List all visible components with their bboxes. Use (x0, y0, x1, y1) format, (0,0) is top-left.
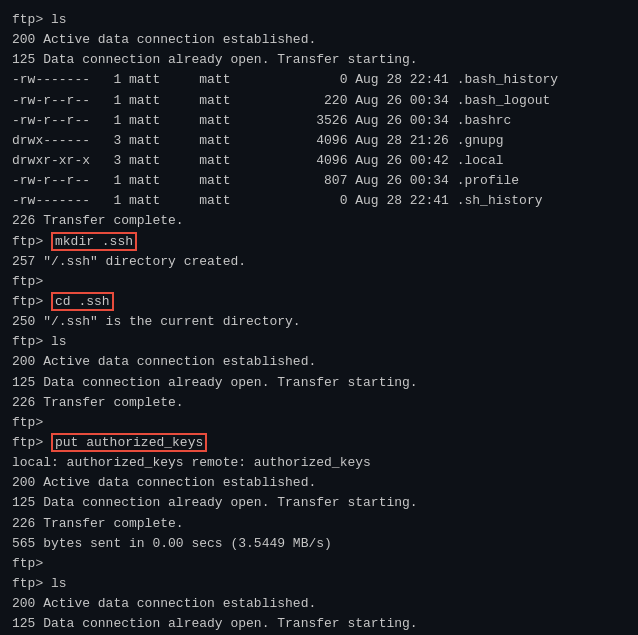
line-18: 200 Active data connection established. (12, 352, 626, 372)
prompt-12: ftp> (12, 234, 51, 249)
line-21: ftp> (12, 413, 626, 433)
line-27: 565 bytes sent in 0.00 secs (3.5449 MB/s… (12, 534, 626, 554)
cmd-cd: cd .ssh (51, 292, 114, 311)
line-25: 125 Data connection already open. Transf… (12, 493, 626, 513)
line-16: 250 "/.ssh" is the current directory. (12, 312, 626, 332)
line-15: ftp> cd .ssh (12, 292, 626, 312)
line-2: 200 Active data connection established. (12, 30, 626, 50)
line-1: ftp> ls (12, 10, 626, 30)
line-19: 125 Data connection already open. Transf… (12, 373, 626, 393)
line-31: 125 Data connection already open. Transf… (12, 614, 626, 634)
line-6: -rw-r--r-- 1 matt matt 3526 Aug 26 00:34… (12, 111, 626, 131)
line-28: ftp> (12, 554, 626, 574)
line-4: -rw------- 1 matt matt 0 Aug 28 22:41 .b… (12, 70, 626, 90)
line-3: 125 Data connection already open. Transf… (12, 50, 626, 70)
line-24: 200 Active data connection established. (12, 473, 626, 493)
line-29: ftp> ls (12, 574, 626, 594)
line-11: 226 Transfer complete. (12, 211, 626, 231)
line-23: local: authorized_keys remote: authorize… (12, 453, 626, 473)
line-9: -rw-r--r-- 1 matt matt 807 Aug 26 00:34 … (12, 171, 626, 191)
line-13: 257 "/.ssh" directory created. (12, 252, 626, 272)
line-8: drwxr-xr-x 3 matt matt 4096 Aug 26 00:42… (12, 151, 626, 171)
cmd-put: put authorized_keys (51, 433, 207, 452)
line-26: 226 Transfer complete. (12, 514, 626, 534)
line-12: ftp> mkdir .ssh (12, 232, 626, 252)
line-20: 226 Transfer complete. (12, 393, 626, 413)
line-10: -rw------- 1 matt matt 0 Aug 28 22:41 .s… (12, 191, 626, 211)
prompt-15: ftp> (12, 294, 51, 309)
line-22: ftp> put authorized_keys (12, 433, 626, 453)
line-30: 200 Active data connection established. (12, 594, 626, 614)
prompt-22: ftp> (12, 435, 51, 450)
line-17: ftp> ls (12, 332, 626, 352)
terminal-window: ftp> ls 200 Active data connection estab… (0, 0, 638, 635)
line-7: drwx------ 3 matt matt 4096 Aug 28 21:26… (12, 131, 626, 151)
cmd-mkdir: mkdir .ssh (51, 232, 137, 251)
line-14: ftp> (12, 272, 626, 292)
line-5: -rw-r--r-- 1 matt matt 220 Aug 26 00:34 … (12, 91, 626, 111)
